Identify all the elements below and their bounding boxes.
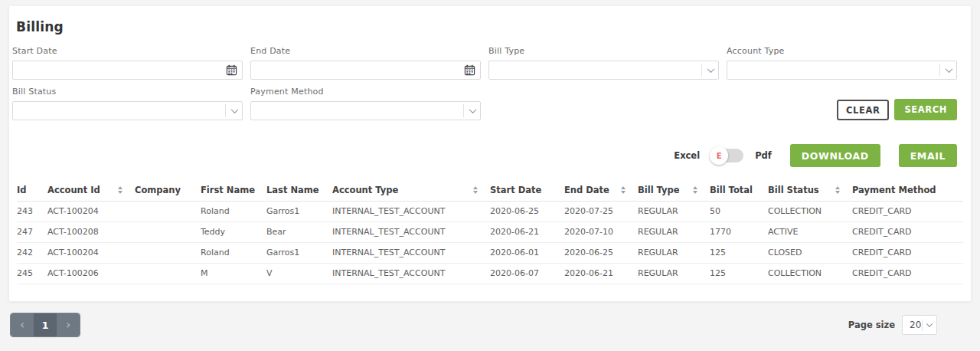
filter-actions: CLEAR SEARCH: [727, 87, 957, 120]
cell-account-id: ACT-100208: [47, 221, 135, 242]
sort-icon[interactable]: [621, 186, 626, 194]
bill-type-select[interactable]: [488, 61, 719, 80]
email-button[interactable]: EMAIL: [899, 144, 957, 167]
next-page-button[interactable]: ›: [57, 313, 80, 336]
start-date-input-box: [12, 61, 243, 80]
filter-end-date: End Date: [250, 46, 481, 80]
sort-icon[interactable]: [118, 186, 122, 194]
cell-account-type: INTERNAL_TEST_ACCOUNT: [332, 242, 490, 263]
cell-payment-method: CREDIT_CARD: [852, 263, 963, 284]
cell-first-name: Roland: [201, 242, 266, 263]
bill-status-label: Bill Status: [12, 87, 243, 97]
cell-bill-type: REGULAR: [638, 242, 710, 263]
column-header-payment-method: Payment Method: [852, 180, 963, 201]
payment-method-label: Payment Method: [250, 87, 481, 97]
cell-id: 243: [17, 201, 47, 221]
billing-table: IdAccount IdCompanyFirst NameLast NameAc…: [17, 180, 963, 284]
column-label: End Date: [564, 185, 609, 195]
page-size-value: 20: [910, 320, 921, 330]
pdf-label: Pdf: [755, 150, 772, 161]
cell-company: [135, 263, 201, 284]
cell-bill-status: COLLECTION: [768, 201, 852, 221]
page-size-control: Page size 20: [848, 315, 937, 335]
cell-bill-type: REGULAR: [638, 221, 710, 242]
page-size-label: Page size: [848, 320, 895, 330]
cell-bill-total: 1770: [710, 221, 768, 242]
page-title: Billing: [9, 6, 971, 34]
excel-pdf-toggle[interactable]: E: [713, 149, 743, 162]
cell-id: 247: [17, 221, 47, 242]
column-label: Bill Status: [768, 185, 819, 195]
bottom-bar: ‹ 1 › Page size 20: [10, 313, 937, 337]
clear-button[interactable]: CLEAR: [837, 100, 889, 120]
cell-bill-total: 50: [710, 201, 768, 221]
column-label: Account Type: [332, 185, 398, 195]
cell-start-date: 2020-06-21: [490, 221, 564, 242]
filter-bill-type: Bill Type: [488, 46, 719, 80]
cell-end-date: 2020-07-25: [564, 201, 638, 221]
filter-start-date: Start Date: [12, 46, 243, 80]
page-size-select[interactable]: 20: [902, 315, 937, 335]
cell-last-name: Garros1: [266, 201, 332, 221]
table-row: 245ACT-100206MVINTERNAL_TEST_ACCOUNT2020…: [17, 263, 963, 284]
column-label: First Name: [201, 185, 255, 195]
payment-method-select[interactable]: [250, 101, 481, 120]
column-header-last-name: Last Name: [266, 180, 332, 201]
cell-last-name: Bear: [266, 221, 332, 242]
billing-card: Billing Start Date: [9, 6, 971, 301]
column-header-account-id[interactable]: Account Id: [47, 180, 135, 201]
sort-icon[interactable]: [693, 186, 697, 194]
cell-start-date: 2020-06-01: [490, 242, 564, 263]
account-type-value[interactable]: [727, 61, 956, 79]
cell-first-name: Teddy: [201, 221, 266, 242]
download-button[interactable]: DOWNLOAD: [790, 144, 880, 167]
calendar-icon[interactable]: [464, 64, 475, 76]
end-date-label: End Date: [250, 46, 481, 56]
column-header-end-date[interactable]: End Date: [564, 180, 638, 201]
column-header-start-date: Start Date: [490, 180, 564, 201]
end-date-input[interactable]: [251, 61, 480, 79]
cell-id: 245: [17, 263, 47, 284]
cell-first-name: Roland: [201, 201, 266, 221]
cell-account-type: INTERNAL_TEST_ACCOUNT: [332, 263, 490, 284]
cell-last-name: V: [266, 263, 332, 284]
cell-first-name: M: [201, 263, 266, 284]
column-header-bill-status[interactable]: Bill Status: [768, 180, 852, 201]
bill-status-select[interactable]: [12, 101, 243, 120]
column-header-bill-type[interactable]: Bill Type: [638, 180, 710, 201]
column-header-account-type[interactable]: Account Type: [332, 180, 490, 201]
sort-icon[interactable]: [473, 186, 478, 194]
filter-payment-method: Payment Method: [250, 87, 481, 120]
current-page-button[interactable]: 1: [34, 313, 57, 336]
column-label: Bill Type: [638, 185, 680, 195]
bill-type-value[interactable]: [489, 61, 718, 79]
filter-panel: Start Date End Date: [12, 46, 957, 120]
column-label: Last Name: [266, 185, 319, 195]
search-button[interactable]: SEARCH: [894, 99, 957, 120]
column-header-id: Id: [17, 180, 47, 201]
cell-account-id: ACT-100206: [47, 263, 135, 284]
cell-bill-type: REGULAR: [638, 201, 710, 221]
column-header-bill-total: Bill Total: [710, 180, 768, 201]
toggle-knob: E: [710, 146, 728, 165]
start-date-input[interactable]: [13, 61, 242, 79]
column-label: Id: [17, 185, 27, 195]
cell-bill-status: CLOSED: [768, 242, 852, 263]
cell-bill-status: ACTIVE: [768, 221, 852, 242]
calendar-icon[interactable]: [226, 64, 237, 76]
account-type-label: Account Type: [727, 46, 957, 56]
prev-page-button[interactable]: ‹: [11, 313, 34, 336]
pagination: ‹ 1 ›: [10, 313, 80, 337]
bill-status-value[interactable]: [13, 102, 242, 120]
cell-last-name: Garros1: [266, 242, 332, 263]
payment-method-value[interactable]: [251, 102, 480, 120]
column-label: Payment Method: [852, 185, 936, 195]
account-type-select[interactable]: [727, 61, 957, 80]
cell-bill-status: COLLECTION: [768, 263, 852, 284]
cell-payment-method: CREDIT_CARD: [852, 201, 963, 221]
cell-end-date: 2020-07-10: [564, 221, 638, 242]
table-row: 243ACT-100204RolandGarros1INTERNAL_TEST_…: [17, 201, 963, 221]
column-label: Start Date: [490, 185, 541, 195]
cell-bill-type: REGULAR: [638, 263, 710, 284]
sort-icon[interactable]: [835, 186, 840, 194]
